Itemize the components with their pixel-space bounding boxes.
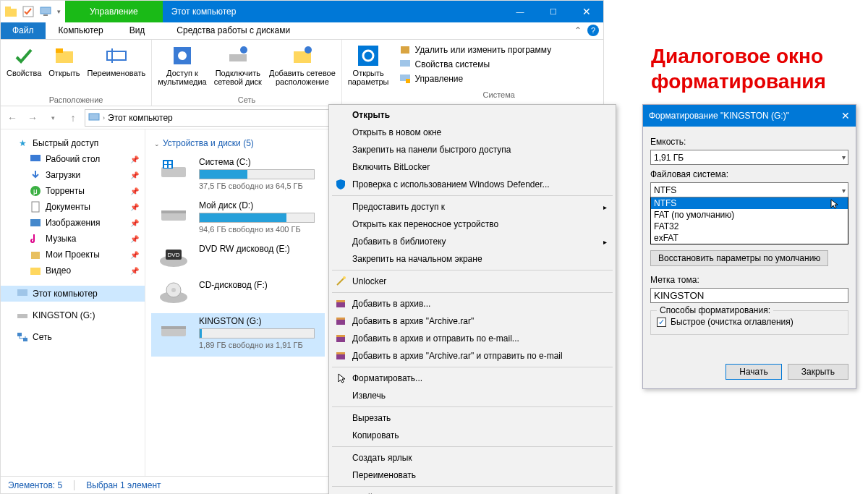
- sidebar-network[interactable]: Сеть: [1, 329, 145, 345]
- ctx-archive-rar[interactable]: Добавить в архив "Archive.rar": [331, 312, 614, 330]
- map-drive-button[interactable]: Подключить сетевой диск: [211, 43, 265, 95]
- format-dialog-titlebar[interactable]: Форматирование "KINGSTON (G:)" ✕: [643, 105, 856, 127]
- media-access-button[interactable]: Доступ к мультимедиа: [155, 43, 210, 95]
- fs-option-exfat[interactable]: exFAT: [651, 232, 848, 244]
- ctx-archive-add[interactable]: Добавить в архив...: [331, 295, 614, 312]
- ctx-properties[interactable]: Свойства: [331, 489, 614, 494]
- ctx-format[interactable]: Форматировать...: [331, 370, 614, 387]
- manage-tab[interactable]: Управление: [65, 1, 163, 22]
- close-button[interactable]: ✕: [570, 1, 603, 22]
- ctx-bitlocker[interactable]: Включить BitLocker: [331, 158, 614, 176]
- drive-item[interactable]: KINGSTON (G:)1,89 ГБ свободно из 1,91 ГБ: [151, 313, 325, 357]
- drive-name: Мой диск (D:): [199, 200, 319, 213]
- qat-dropdown-icon[interactable]: ▾: [57, 8, 61, 15]
- computer-tab[interactable]: Компьютер: [46, 22, 116, 39]
- capacity-select[interactable]: 1,91 ГБ ▾: [650, 150, 848, 165]
- maximize-button[interactable]: ☐: [537, 1, 570, 22]
- ctx-archive-email[interactable]: Добавить в архив и отправить по e-mail..…: [331, 330, 614, 347]
- ctx-cut[interactable]: Вырезать: [331, 409, 614, 427]
- sidebar-quick-access[interactable]: ★Быстрый доступ: [1, 135, 145, 151]
- volume-label-label: Метка тома:: [650, 275, 848, 285]
- collapse-ribbon-icon[interactable]: ⌃: [569, 22, 587, 39]
- pc-icon: [17, 288, 28, 299]
- svg-point-46: [171, 288, 176, 292]
- sidebar-this-pc[interactable]: Этот компьютер: [1, 286, 145, 302]
- checkbox-icon[interactable]: [22, 6, 34, 17]
- sysprops-row[interactable]: Свойства системы: [399, 57, 599, 72]
- sidebar-desktop[interactable]: Рабочий стол📌: [1, 151, 145, 167]
- capacity-value: 1,91 ГБ: [654, 153, 684, 163]
- forward-button[interactable]: →: [24, 109, 41, 127]
- ctx-pin-quick-access[interactable]: Закрепить на панели быстрого доступа: [331, 141, 614, 158]
- back-button[interactable]: ←: [4, 109, 21, 127]
- up-button[interactable]: ↑: [64, 109, 82, 127]
- properties-button[interactable]: Свойства: [4, 43, 44, 95]
- svg-rect-20: [406, 79, 410, 83]
- map-drive-label: Подключить сетевой диск: [214, 69, 262, 86]
- drive-item[interactable]: DVDDVD RW дисковод (E:): [151, 241, 325, 277]
- ctx-separator: [332, 292, 613, 293]
- fs-option-fat32[interactable]: FAT32: [651, 221, 848, 232]
- ctx-unlocker[interactable]: Unlocker: [331, 273, 614, 290]
- recent-button[interactable]: ▾: [44, 109, 61, 127]
- ctx-copy[interactable]: Копировать: [331, 427, 614, 444]
- ctx-defender[interactable]: Проверка с использованием Windows Defend…: [331, 176, 614, 193]
- filesystem-select[interactable]: NTFS ▾: [650, 182, 848, 197]
- manage-row[interactable]: Управление: [399, 72, 599, 86]
- view-tab[interactable]: Вид: [116, 22, 158, 39]
- format-dialog-title: Форматирование "KINGSTON (G:)": [649, 111, 789, 121]
- start-button[interactable]: Начать: [726, 364, 782, 380]
- ctx-archive-rar-email[interactable]: Добавить в архив "Archive.rar" и отправи…: [331, 347, 614, 365]
- open-settings-button[interactable]: Открыть параметры: [345, 43, 392, 95]
- system-group-label: Система: [399, 90, 599, 99]
- drive-tools-tab[interactable]: Средства работы с дисками: [158, 22, 309, 39]
- close-icon[interactable]: ✕: [841, 110, 850, 122]
- ctx-create-shortcut[interactable]: Создать ярлык: [331, 449, 614, 467]
- ctx-library[interactable]: Добавить в библиотеку▸: [331, 233, 614, 250]
- minimize-button[interactable]: —: [503, 1, 537, 22]
- drive-item[interactable]: CD-дисковод (F:): [151, 277, 325, 313]
- ctx-rename[interactable]: Переименовать: [331, 467, 614, 484]
- drive-item[interactable]: Мой диск (D:)94,6 ГБ свободно из 400 ГБ: [151, 197, 325, 241]
- volume-label-input[interactable]: [650, 288, 848, 303]
- ctx-pin-start[interactable]: Закрепить на начальном экране: [331, 250, 614, 268]
- ctx-separator: [332, 270, 613, 271]
- uninstall-row[interactable]: Удалить или изменить программу: [399, 43, 599, 57]
- rename-button[interactable]: Переименовать: [85, 43, 149, 95]
- help-button[interactable]: ?: [587, 25, 599, 36]
- winrar-icon: [335, 315, 346, 327]
- format-methods-group: Способы форматирования: ✓ Быстрое (очист…: [650, 310, 848, 335]
- sidebar-music[interactable]: Музыка📌: [1, 231, 145, 247]
- capacity-bar: [199, 169, 315, 179]
- ctx-open-new-window[interactable]: Открыть в новом окне: [331, 124, 614, 141]
- pc-icon[interactable]: [40, 6, 51, 17]
- quick-format-checkbox[interactable]: ✓ Быстрое (очистка оглавления): [657, 317, 842, 327]
- svg-rect-4: [43, 14, 48, 16]
- reset-defaults-button[interactable]: Восстановить параметры по умолчанию: [650, 250, 828, 266]
- ctx-eject[interactable]: Извлечь: [331, 387, 614, 404]
- projects-icon: [30, 249, 41, 260]
- file-tab[interactable]: Файл: [1, 22, 46, 39]
- sidebar-kingston[interactable]: KINGSTON (G:): [1, 307, 145, 323]
- sidebar-projects[interactable]: Мои Проекты📌: [1, 247, 145, 263]
- titlebar: ▾ Управление Этот компьютер — ☐ ✕: [1, 1, 603, 22]
- drive-item[interactable]: Система (C:)37,5 ГБ свободно из 64,5 ГБ: [151, 154, 325, 197]
- open-button[interactable]: Открыть: [46, 43, 82, 95]
- sidebar-video[interactable]: Видео📌: [1, 263, 145, 278]
- cursor-icon: [830, 199, 841, 209]
- star-icon: ★: [17, 137, 28, 149]
- sidebar-documents[interactable]: Документы📌: [1, 199, 145, 215]
- sidebar-downloads[interactable]: Загрузки📌: [1, 167, 145, 183]
- media-icon: [171, 44, 194, 67]
- fs-option-fat[interactable]: FAT (по умолчанию): [651, 209, 848, 221]
- svg-rect-35: [164, 161, 167, 164]
- svg-point-14: [305, 46, 312, 54]
- fs-option-ntfs[interactable]: NTFS: [651, 197, 848, 209]
- add-net-location-button[interactable]: Добавить сетевое расположение: [266, 43, 339, 95]
- ctx-share[interactable]: Предоставить доступ к▸: [331, 198, 614, 216]
- close-button[interactable]: Закрыть: [788, 364, 848, 380]
- ctx-portable[interactable]: Открыть как переносное устройство: [331, 216, 614, 233]
- sidebar-torrents[interactable]: μТорренты📌: [1, 183, 145, 199]
- sidebar-pictures[interactable]: Изображения📌: [1, 215, 145, 231]
- ctx-open[interactable]: Открыть: [331, 106, 614, 124]
